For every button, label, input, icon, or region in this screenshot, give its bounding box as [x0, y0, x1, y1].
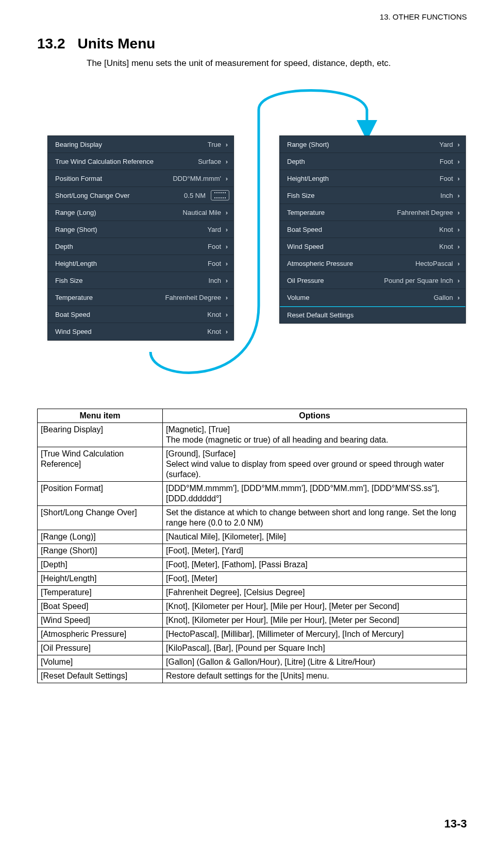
options-table-options: Restore default settings for the [Units]… [163, 669, 467, 683]
options-table-row: [Boat Speed][Knot], [Kilometer per Hour]… [38, 600, 467, 614]
options-table-menu-item: [Range (Long)] [38, 530, 163, 544]
options-table-menu-item: [Depth] [38, 558, 163, 572]
chevron-right-icon: › [224, 158, 229, 165]
units-top-row[interactable]: Height/LengthFoot› [48, 255, 233, 272]
units-top-row-value: DDD°MM.mmm' [173, 175, 221, 182]
units-bottom-row[interactable]: Height/LengthFoot› [280, 170, 465, 187]
chevron-right-icon: › [224, 277, 229, 284]
options-table-menu-item: [True Wind Calculation Reference] [38, 447, 163, 482]
units-bottom-row[interactable]: Fish SizeInch› [280, 187, 465, 204]
chevron-right-icon: › [456, 141, 461, 148]
units-top-row-value: Foot [208, 260, 221, 267]
units-bottom-row[interactable]: DepthFoot› [280, 153, 465, 170]
units-top-row[interactable]: Position FormatDDD°MM.mmm'› [48, 170, 233, 187]
units-bottom-row-value: Gallon [433, 294, 453, 301]
options-table-header-row: Menu item Options [38, 409, 467, 423]
chevron-right-icon: › [224, 209, 229, 216]
options-table-row: [Position Format][DDD°MM.mmmm'], [DDD°MM… [38, 482, 467, 506]
units-bottom-row-value: Pound per Square Inch [384, 277, 453, 284]
options-table-options: [Foot], [Meter] [163, 572, 467, 586]
units-bottom-row-label: Height/Length [287, 175, 440, 182]
options-table-row: [Reset Default Settings]Restore default … [38, 669, 467, 683]
options-table-header-item: Menu item [38, 409, 163, 423]
units-bottom-row[interactable]: Reset Default Settings [280, 306, 465, 323]
chevron-right-icon: › [456, 158, 461, 165]
chevron-right-icon: › [224, 175, 229, 182]
units-bottom-row-label: Oil Pressure [287, 277, 384, 284]
options-table-options: [Knot], [Kilometer per Hour], [Mile per … [163, 600, 467, 614]
options-table-options: [KiloPascal], [Bar], [Pound per Square I… [163, 641, 467, 655]
units-top-row[interactable]: Boat SpeedKnot› [48, 306, 233, 323]
chevron-right-icon: › [456, 294, 461, 301]
units-top-row[interactable]: Range (Short)Yard› [48, 221, 233, 238]
options-table-options: [Magnetic], [True]The mode (magnetic or … [163, 423, 467, 447]
units-top-row-value: Yard [208, 226, 222, 233]
units-top-row[interactable]: Fish SizeInch› [48, 272, 233, 289]
units-top-row-label: Height/Length [55, 260, 208, 267]
units-top-row[interactable]: Range (Long)Nautical Mile› [48, 204, 233, 221]
units-bottom-row[interactable]: TemperatureFahrenheit Degree› [280, 204, 465, 221]
options-table-row: [Depth][Foot], [Meter], [Fathom], [Passi… [38, 558, 467, 572]
options-table-options: [Ground], [Surface]Select wind value to … [163, 447, 467, 482]
units-panel-top: Bearing DisplayTrue›True Wind Calculatio… [47, 136, 234, 341]
chevron-right-icon: › [224, 141, 229, 148]
units-top-row[interactable]: DepthFoot› [48, 238, 233, 255]
options-table-options: [Foot], [Meter], [Fathom], [Passi Braza] [163, 558, 467, 572]
units-top-row-label: Bearing Display [55, 141, 208, 148]
units-top-row-label: Range (Short) [55, 226, 208, 233]
units-bottom-row[interactable]: Range (Short)Yard› [280, 136, 465, 153]
options-table-menu-item: [Reset Default Settings] [38, 669, 163, 683]
units-top-row-value: Foot [208, 243, 221, 250]
chevron-right-icon: › [224, 328, 229, 335]
running-head: 13. OTHER FUNCTIONS [37, 12, 467, 21]
units-bottom-row[interactable]: Oil PressurePound per Square Inch› [280, 272, 465, 289]
options-table-options: [Gallon] (Gallon & Gallon/Hour), [Litre]… [163, 655, 467, 669]
chevron-right-icon: › [456, 260, 461, 267]
units-top-row[interactable]: True Wind Calculation ReferenceSurface› [48, 153, 233, 170]
units-bottom-row[interactable]: VolumeGallon› [280, 289, 465, 306]
chevron-right-icon: › [456, 192, 461, 199]
options-table-row: [Wind Speed][Knot], [Kilometer per Hour]… [38, 614, 467, 628]
options-table-row: [Short/Long Change Over]Set the distance… [38, 506, 467, 530]
units-top-row[interactable]: Bearing DisplayTrue› [48, 136, 233, 153]
units-top-row[interactable]: Wind SpeedKnot› [48, 323, 233, 340]
units-bottom-row-label: Boat Speed [287, 226, 439, 233]
section-title-text: Units Menu [78, 36, 156, 52]
units-top-row[interactable]: TemperatureFahrenheit Degree› [48, 289, 233, 306]
options-table-row: [Range (Short)][Foot], [Meter], [Yard] [38, 544, 467, 558]
units-bottom-row[interactable]: Boat SpeedKnot› [280, 221, 465, 238]
options-table-header-options: Options [163, 409, 467, 423]
options-table-menu-item: [Range (Short)] [38, 544, 163, 558]
units-bottom-row-value: Foot [440, 175, 453, 182]
options-table-menu-item: [Volume] [38, 655, 163, 669]
units-bottom-row-label: Reset Default Settings [287, 311, 461, 319]
options-table-menu-item: [Atmospheric Pressure] [38, 628, 163, 641]
units-top-row-label: True Wind Calculation Reference [55, 158, 198, 165]
units-bottom-row[interactable]: Wind SpeedKnot› [280, 238, 465, 255]
options-table-options: [DDD°MM.mmmm'], [DDD°MM.mmm'], [DDD°MM.m… [163, 482, 467, 506]
units-bottom-row-label: Atmospheric Pressure [287, 260, 415, 267]
options-table-row: [Oil Pressure][KiloPascal], [Bar], [Poun… [38, 641, 467, 655]
page-number: 13-3 [444, 817, 467, 831]
units-bottom-row-label: Range (Short) [287, 141, 440, 148]
units-bottom-row-label: Wind Speed [287, 243, 439, 250]
chevron-right-icon: › [456, 209, 461, 216]
units-top-row-label: Range (Long) [55, 209, 183, 216]
options-table-options: [Knot], [Kilometer per Hour], [Mile per … [163, 614, 467, 628]
options-table-options: [Foot], [Meter], [Yard] [163, 544, 467, 558]
options-table-menu-item: [Bearing Display] [38, 423, 163, 447]
chevron-right-icon: › [456, 277, 461, 284]
options-table-menu-item: [Wind Speed] [38, 614, 163, 628]
units-top-row-label: Short/Long Change Over [55, 192, 184, 199]
units-bottom-row[interactable]: Atmospheric PressureHectoPascal› [280, 255, 465, 272]
units-top-row[interactable]: Short/Long Change Over0.5 NM [48, 187, 233, 204]
units-top-row-value: Nautical Mile [183, 209, 221, 216]
units-top-row-label: Boat Speed [55, 311, 207, 318]
options-table-menu-item: [Height/Length] [38, 572, 163, 586]
units-bottom-row-value: Fahrenheit Degree [397, 209, 453, 216]
units-panel-bottom: Range (Short)Yard›DepthFoot›Height/Lengt… [279, 136, 466, 324]
units-top-row-label: Position Format [55, 175, 173, 182]
options-table-row: [Bearing Display][Magnetic], [True]The m… [38, 423, 467, 447]
units-top-row-label: Fish Size [55, 277, 208, 284]
units-top-row-value: Surface [198, 158, 221, 165]
